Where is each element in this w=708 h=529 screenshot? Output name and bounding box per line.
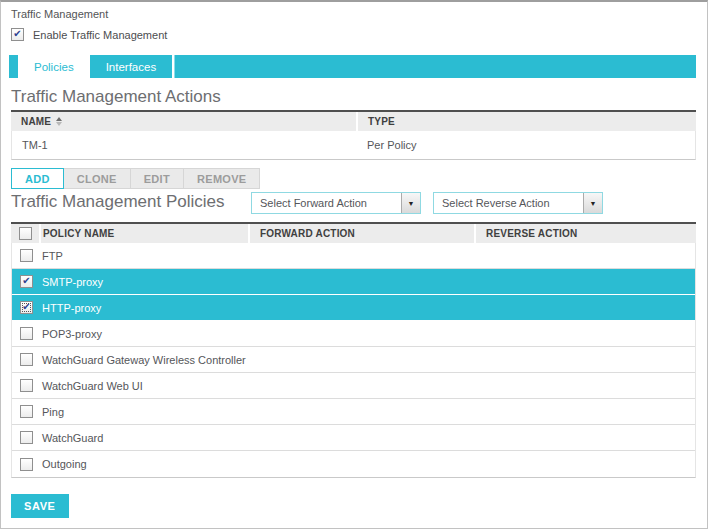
policy-name: Outgoing <box>42 458 87 470</box>
save-button[interactable]: SAVE <box>11 494 69 518</box>
policy-name: WatchGuard <box>42 432 103 444</box>
enable-traffic-management-label: Enable Traffic Management <box>33 29 167 41</box>
policy-name: SMTP-proxy <box>42 276 103 288</box>
tab-interfaces[interactable]: Interfaces <box>90 55 173 78</box>
policy-name: Ping <box>42 406 64 418</box>
actions-column-name-label: NAME <box>21 116 51 127</box>
policy-checkbox[interactable] <box>20 458 33 471</box>
policy-checkbox[interactable] <box>20 249 33 262</box>
policy-row[interactable]: WatchGuard Gateway Wireless Controller <box>12 347 695 373</box>
policy-row[interactable]: Outgoing <box>12 451 695 477</box>
tab-bar: PoliciesInterfaces <box>9 55 696 78</box>
actions-button-group: ADDCLONEEDITREMOVE <box>11 168 697 189</box>
policies-column-forward[interactable]: FORWARD ACTION <box>248 224 474 243</box>
action-row[interactable]: TM-1Per Policy <box>12 131 695 159</box>
policy-row[interactable]: Ping <box>12 399 695 425</box>
select-all-checkbox[interactable] <box>19 227 32 240</box>
tab-policies[interactable]: Policies <box>18 55 90 78</box>
action-name: TM-1 <box>12 139 357 151</box>
actions-table: NAME TYPE TM-1Per Policy <box>11 110 696 160</box>
chevron-down-icon[interactable]: ▼ <box>583 193 602 213</box>
enable-traffic-management-row[interactable]: Enable Traffic Management <box>11 28 697 41</box>
page-title: Traffic Management <box>11 8 697 20</box>
policies-column-name[interactable]: POLICY NAME <box>39 224 248 243</box>
sort-down-arrow-icon <box>56 122 62 126</box>
policy-row[interactable]: WatchGuard <box>12 425 695 451</box>
policy-checkbox[interactable] <box>20 379 33 392</box>
policy-name: POP3-proxy <box>42 328 102 340</box>
policy-checkbox[interactable] <box>20 301 33 314</box>
action-type: Per Policy <box>357 139 695 151</box>
policies-table: POLICY NAME FORWARD ACTION REVERSE ACTIO… <box>11 222 696 478</box>
actions-column-name[interactable]: NAME <box>11 112 356 131</box>
edit-button[interactable]: EDIT <box>130 168 184 189</box>
policy-name: WatchGuard Web UI <box>42 380 143 392</box>
policy-row[interactable]: WatchGuard Web UI <box>12 373 695 399</box>
reverse-action-select-value: Select Reverse Action <box>434 197 583 209</box>
policy-row[interactable]: SMTP-proxy <box>12 269 695 295</box>
remove-button[interactable]: REMOVE <box>183 168 260 189</box>
policy-checkbox[interactable] <box>20 275 33 288</box>
tab-bar-lead <box>9 55 18 78</box>
policy-name: FTP <box>42 250 63 262</box>
sort-icon[interactable] <box>56 117 62 126</box>
chevron-down-icon[interactable]: ▼ <box>401 193 420 213</box>
policy-checkbox[interactable] <box>20 405 33 418</box>
policies-table-header: POLICY NAME FORWARD ACTION REVERSE ACTIO… <box>11 222 696 243</box>
policies-heading-row: Traffic Management Policies Select Forwa… <box>11 192 696 215</box>
select-all-cell <box>11 224 39 243</box>
actions-column-type[interactable]: TYPE <box>356 112 696 131</box>
policy-row[interactable]: FTP <box>12 243 695 269</box>
policy-row[interactable]: POP3-proxy <box>12 321 695 347</box>
actions-heading: Traffic Management Actions <box>11 87 697 107</box>
enable-traffic-management-checkbox[interactable] <box>11 28 24 41</box>
traffic-management-page: Traffic Management Enable Traffic Manage… <box>0 0 708 529</box>
add-button[interactable]: ADD <box>11 168 64 189</box>
sort-up-arrow-icon <box>56 117 62 121</box>
forward-action-select-value: Select Forward Action <box>252 197 401 209</box>
policy-checkbox[interactable] <box>20 431 33 444</box>
clone-button[interactable]: CLONE <box>63 168 131 189</box>
tab-bar-fill <box>175 55 696 78</box>
policy-name: HTTP-proxy <box>42 302 101 314</box>
reverse-action-select[interactable]: Select Reverse Action ▼ <box>433 192 603 214</box>
policy-checkbox[interactable] <box>20 327 33 340</box>
policy-name: WatchGuard Gateway Wireless Controller <box>42 354 246 366</box>
policies-column-reverse[interactable]: REVERSE ACTION <box>474 224 696 243</box>
policy-checkbox[interactable] <box>20 353 33 366</box>
forward-action-select[interactable]: Select Forward Action ▼ <box>251 192 421 214</box>
actions-table-header: NAME TYPE <box>11 110 696 131</box>
policy-row[interactable]: HTTP-proxy <box>12 295 695 321</box>
